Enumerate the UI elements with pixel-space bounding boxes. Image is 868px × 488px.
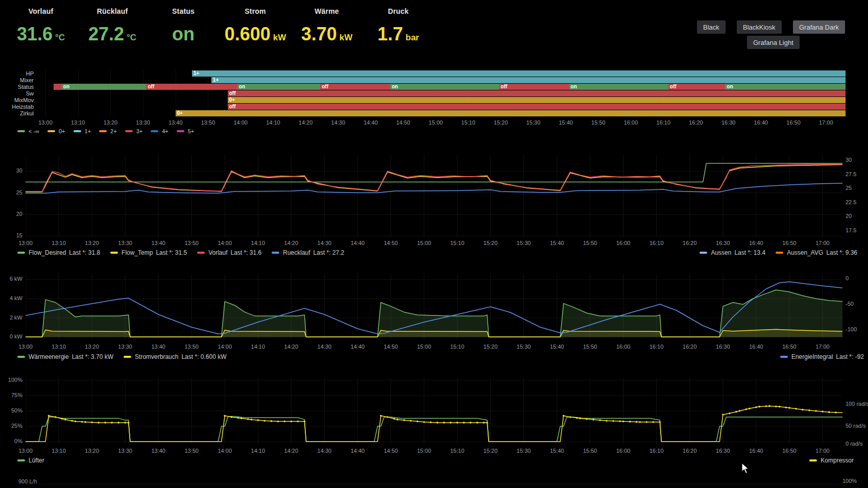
series-marker [622, 421, 624, 423]
series-marker [48, 415, 50, 417]
y-axis-left-tick: 75% [4, 392, 22, 398]
legend-item-Aussen[interactable]: Aussen Last *: 13.4 [700, 249, 765, 256]
x-axis-time-tick: 16:00 [612, 240, 635, 246]
series-marker [822, 410, 824, 412]
timeline-legend-item-0[interactable]: 0+ [47, 128, 65, 134]
timeline-time-tick: 15:00 [424, 119, 447, 126]
power-energy-chart-legend: EnergieIntegral Last *: -92 [780, 353, 864, 360]
y-axis-right-tick: -100 [846, 326, 857, 332]
timeline-row-label-hp: HP [3, 70, 34, 77]
stat-title-status: Status [142, 7, 224, 15]
legend-item-Flow_Temp[interactable]: Flow_Temp Last *: 31.5 [110, 249, 187, 256]
series-marker [606, 420, 608, 422]
timeline-time-tick: 13:50 [197, 119, 219, 126]
series-line-Vorlauf [26, 164, 842, 191]
series-marker [639, 421, 641, 423]
timeline-legend-item-4[interactable]: 4+ [151, 128, 168, 134]
x-axis-time-tick: 13:30 [114, 344, 136, 350]
legend-item-Wärmeenergie[interactable]: Wärmeenergie Last *: 3.70 kW [17, 353, 113, 360]
timeline-legend-item-3[interactable]: 3+ [125, 128, 143, 134]
series-marker [61, 418, 63, 420]
x-axis-time-tick: 16:30 [712, 448, 734, 454]
timeline-time-tick: 15:30 [522, 119, 544, 126]
series-marker [563, 415, 565, 417]
series-marker [755, 406, 757, 408]
series-marker [629, 421, 631, 423]
theme-button-grafana-light[interactable]: Grafana Light [747, 36, 800, 49]
legend-item-Kompressor[interactable]: Kompressor [809, 457, 854, 464]
series-marker [486, 422, 488, 424]
timeline-time-tick: 13:00 [34, 119, 57, 126]
x-axis-time-tick: 14:50 [379, 448, 402, 454]
y-axis-left-tick: 50% [4, 407, 22, 413]
timeline-state-bar: on [62, 84, 147, 90]
series-marker [271, 420, 273, 422]
legend-item-Aussen_AVG[interactable]: Aussen_AVG Last *: 9.36 [776, 249, 857, 256]
stat-title-ruecklauf: Rücklauf [71, 7, 153, 15]
series-area-Wärmeenergie [26, 290, 842, 337]
power-energy-chart-legend: Wärmeenergie Last *: 3.70 kWStromverbrau… [17, 353, 227, 360]
timeline-legend: < -∞0+1+2+3+4+5+ [17, 128, 194, 134]
series-marker [380, 415, 382, 417]
stat-panel-vorlauf: Vorlauf31.6°C [0, 7, 82, 45]
legend-swatch [780, 356, 788, 358]
x-axis-time-tick: 14:50 [379, 240, 402, 246]
y-axis-right-tick: 0 [846, 275, 849, 281]
legend-item-Vorlauf[interactable]: Vorlauf Last *: 31.6 [197, 249, 261, 256]
legend-swatch [809, 459, 817, 461]
series-marker [476, 422, 478, 424]
series-marker [98, 422, 100, 424]
timeline-time-tick: 16:00 [620, 119, 642, 126]
mouse-cursor [741, 462, 750, 475]
legend-item-Flow_Desired[interactable]: Flow_Desired Last *: 31.8 [17, 249, 100, 256]
theme-button-grafana-dark[interactable]: Grafana Dark [793, 20, 845, 34]
legend-swatch [110, 252, 118, 254]
theme-button-blackkiosk[interactable]: BlackKiosk [737, 20, 782, 34]
legend-item-Lüfter[interactable]: Lüfter [17, 457, 44, 464]
x-axis-time-tick: 16:10 [645, 448, 668, 454]
stat-unit-waerme: kW [340, 33, 353, 42]
x-axis-time-tick: 15:20 [479, 344, 502, 350]
y-axis-right-tick: 30 [846, 157, 852, 163]
timeline-time-tick: 14:40 [359, 119, 382, 126]
bottom-panel-gridline [26, 484, 842, 484]
x-axis-time-tick: 16:40 [745, 240, 767, 246]
x-axis-time-tick: 13:00 [14, 448, 37, 454]
timeline-time-tick: 14:50 [392, 119, 415, 126]
y-axis-left-tick: 15 [4, 232, 22, 238]
timeline-state-bar: 1+ [192, 70, 846, 77]
series-marker [277, 421, 279, 423]
timeline-legend-item-1[interactable]: 1+ [74, 128, 91, 134]
timeline-row-label-heizstab: Heizstab [3, 104, 34, 110]
x-axis-time-tick: 15:20 [479, 448, 502, 454]
power-energy-chart-plot [26, 274, 842, 340]
x-axis-time-tick: 13:20 [81, 448, 103, 454]
x-axis-time-tick: 16:40 [745, 448, 767, 454]
stat-value-waerme: 3.70kW [286, 23, 368, 45]
legend-swatch [74, 130, 81, 132]
legend-swatch [151, 130, 158, 132]
x-axis-time-tick: 14:00 [213, 344, 236, 350]
x-axis-time-tick: 13:20 [81, 240, 103, 246]
x-axis-time-tick: 15:20 [479, 240, 502, 246]
timeline-state-bar: on [725, 84, 846, 90]
theme-button-black[interactable]: Black [697, 20, 726, 34]
legend-item-Ruecklauf[interactable]: Ruecklauf Last *: 27.2 [272, 249, 344, 256]
x-axis-time-tick: 14:00 [213, 240, 236, 246]
timeline-time-tick: 15:40 [554, 119, 577, 126]
series-marker [64, 419, 66, 421]
timeline-time-tick: 13:10 [67, 119, 89, 126]
series-marker [81, 421, 83, 423]
x-axis-time-tick: 14:50 [379, 344, 402, 350]
grafana-dashboard: { "stats": [ {"id":"vorlauf","label":"Vo… [0, 0, 868, 488]
legend-item-Stromverbrauch[interactable]: Stromverbrauch Last *: 0.600 kW [124, 353, 226, 360]
timeline-legend-item-[interactable]: < -∞ [17, 128, 39, 134]
stat-panel-status: Statuson [142, 7, 224, 45]
legend-item-EnergieIntegral[interactable]: EnergieIntegral Last *: -92 [780, 353, 864, 360]
timeline-legend-item-5[interactable]: 5+ [177, 128, 195, 134]
x-axis-time-tick: 13:10 [47, 240, 70, 246]
series-marker [423, 421, 425, 423]
y-axis-left-tick: 25 [4, 189, 22, 196]
series-marker [779, 406, 781, 408]
timeline-legend-item-2[interactable]: 2+ [99, 128, 117, 134]
